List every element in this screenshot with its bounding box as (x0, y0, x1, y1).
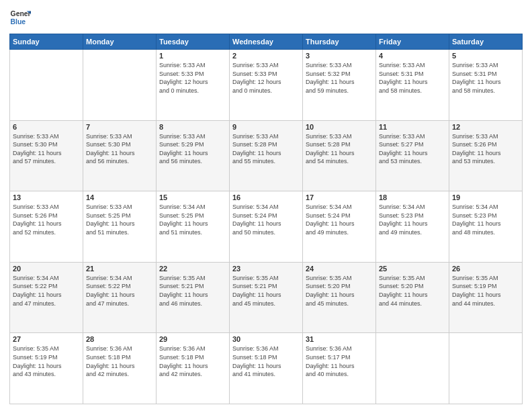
day-number: 17 (306, 193, 373, 201)
calendar-cell: 1Sunrise: 5:33 AM Sunset: 5:33 PM Daylig… (157, 50, 230, 121)
day-detail: Sunrise: 5:33 AM Sunset: 5:32 PM Dayligh… (306, 61, 373, 95)
calendar-cell (449, 333, 523, 404)
calendar-cell: 14Sunrise: 5:33 AM Sunset: 5:25 PM Dayli… (83, 191, 157, 263)
day-detail: Sunrise: 5:33 AM Sunset: 5:25 PM Dayligh… (86, 203, 153, 236)
calendar-cell: 25Sunrise: 5:35 AM Sunset: 5:20 PM Dayli… (376, 262, 449, 333)
day-number: 31 (306, 335, 373, 343)
calendar-cell: 17Sunrise: 5:34 AM Sunset: 5:24 PM Dayli… (303, 191, 376, 263)
calendar-cell: 28Sunrise: 5:36 AM Sunset: 5:18 PM Dayli… (83, 333, 157, 404)
day-number: 21 (86, 265, 153, 273)
calendar-cell: 16Sunrise: 5:34 AM Sunset: 5:24 PM Dayli… (230, 191, 303, 263)
calendar-cell: 21Sunrise: 5:34 AM Sunset: 5:22 PM Dayli… (83, 262, 157, 333)
week-row-3: 13Sunrise: 5:33 AM Sunset: 5:26 PM Dayli… (10, 191, 523, 263)
week-row-2: 6Sunrise: 5:33 AM Sunset: 5:30 PM Daylig… (10, 120, 523, 191)
page: General Blue SundayMondayTuesdayWednesda… (0, 0, 532, 411)
day-detail: Sunrise: 5:36 AM Sunset: 5:17 PM Dayligh… (306, 345, 373, 378)
calendar-cell: 22Sunrise: 5:35 AM Sunset: 5:21 PM Dayli… (157, 262, 230, 333)
day-detail: Sunrise: 5:34 AM Sunset: 5:23 PM Dayligh… (379, 203, 446, 236)
calendar-cell: 10Sunrise: 5:33 AM Sunset: 5:28 PM Dayli… (303, 120, 376, 191)
calendar-table: SundayMondayTuesdayWednesdayThursdayFrid… (9, 34, 523, 404)
calendar-cell (376, 333, 449, 404)
weekday-friday: Friday (376, 34, 449, 50)
day-detail: Sunrise: 5:35 AM Sunset: 5:20 PM Dayligh… (306, 274, 373, 308)
day-detail: Sunrise: 5:36 AM Sunset: 5:18 PM Dayligh… (86, 345, 153, 378)
day-detail: Sunrise: 5:33 AM Sunset: 5:30 PM Dayligh… (86, 132, 153, 166)
calendar-cell (10, 50, 83, 121)
day-number: 3 (306, 52, 373, 60)
day-detail: Sunrise: 5:33 AM Sunset: 5:31 PM Dayligh… (452, 61, 519, 95)
day-number: 14 (86, 193, 153, 201)
day-detail: Sunrise: 5:33 AM Sunset: 5:26 PM Dayligh… (13, 203, 80, 236)
day-detail: Sunrise: 5:34 AM Sunset: 5:23 PM Dayligh… (452, 203, 519, 236)
day-number: 7 (86, 123, 153, 131)
day-number: 11 (379, 123, 446, 131)
day-detail: Sunrise: 5:34 AM Sunset: 5:24 PM Dayligh… (306, 203, 373, 236)
day-detail: Sunrise: 5:33 AM Sunset: 5:31 PM Dayligh… (379, 61, 446, 95)
day-number: 9 (232, 123, 300, 131)
calendar-cell: 11Sunrise: 5:33 AM Sunset: 5:27 PM Dayli… (376, 120, 449, 191)
day-detail: Sunrise: 5:34 AM Sunset: 5:22 PM Dayligh… (86, 274, 153, 308)
day-detail: Sunrise: 5:33 AM Sunset: 5:26 PM Dayligh… (452, 132, 519, 166)
day-number: 27 (13, 335, 80, 343)
week-row-1: 1Sunrise: 5:33 AM Sunset: 5:33 PM Daylig… (10, 50, 523, 121)
calendar-cell: 9Sunrise: 5:33 AM Sunset: 5:28 PM Daylig… (230, 120, 303, 191)
calendar-cell: 12Sunrise: 5:33 AM Sunset: 5:26 PM Dayli… (449, 120, 523, 191)
day-number: 10 (306, 123, 373, 131)
day-detail: Sunrise: 5:33 AM Sunset: 5:27 PM Dayligh… (379, 132, 446, 166)
weekday-saturday: Saturday (449, 34, 523, 50)
day-detail: Sunrise: 5:35 AM Sunset: 5:21 PM Dayligh… (159, 274, 226, 308)
calendar-cell (83, 50, 157, 121)
week-row-4: 20Sunrise: 5:34 AM Sunset: 5:22 PM Dayli… (10, 262, 523, 333)
calendar-cell: 3Sunrise: 5:33 AM Sunset: 5:32 PM Daylig… (303, 50, 376, 121)
calendar-cell: 7Sunrise: 5:33 AM Sunset: 5:30 PM Daylig… (83, 120, 157, 191)
day-number: 5 (452, 52, 519, 60)
day-number: 6 (13, 123, 80, 131)
day-number: 22 (159, 265, 226, 273)
calendar-cell: 24Sunrise: 5:35 AM Sunset: 5:20 PM Dayli… (303, 262, 376, 333)
calendar-cell: 19Sunrise: 5:34 AM Sunset: 5:23 PM Dayli… (449, 191, 523, 263)
day-number: 8 (159, 123, 226, 131)
weekday-tuesday: Tuesday (157, 34, 230, 50)
day-detail: Sunrise: 5:33 AM Sunset: 5:28 PM Dayligh… (306, 132, 373, 166)
weekday-header-row: SundayMondayTuesdayWednesdayThursdayFrid… (10, 34, 523, 50)
calendar-cell: 27Sunrise: 5:35 AM Sunset: 5:19 PM Dayli… (10, 333, 83, 404)
calendar-cell: 30Sunrise: 5:36 AM Sunset: 5:18 PM Dayli… (230, 333, 303, 404)
week-row-5: 27Sunrise: 5:35 AM Sunset: 5:19 PM Dayli… (10, 333, 523, 404)
day-detail: Sunrise: 5:34 AM Sunset: 5:22 PM Dayligh… (13, 274, 80, 308)
day-number: 15 (159, 193, 226, 201)
weekday-monday: Monday (83, 34, 157, 50)
day-detail: Sunrise: 5:36 AM Sunset: 5:18 PM Dayligh… (232, 345, 300, 378)
day-detail: Sunrise: 5:35 AM Sunset: 5:19 PM Dayligh… (13, 345, 80, 378)
calendar-cell: 18Sunrise: 5:34 AM Sunset: 5:23 PM Dayli… (376, 191, 449, 263)
day-number: 4 (379, 52, 446, 60)
header: General Blue (9, 7, 523, 28)
day-number: 2 (232, 52, 300, 60)
day-detail: Sunrise: 5:33 AM Sunset: 5:30 PM Dayligh… (13, 132, 80, 166)
day-detail: Sunrise: 5:33 AM Sunset: 5:28 PM Dayligh… (232, 132, 300, 166)
day-number: 26 (452, 265, 519, 273)
calendar-cell: 26Sunrise: 5:35 AM Sunset: 5:19 PM Dayli… (449, 262, 523, 333)
calendar-cell: 15Sunrise: 5:34 AM Sunset: 5:25 PM Dayli… (157, 191, 230, 263)
calendar-cell: 29Sunrise: 5:36 AM Sunset: 5:18 PM Dayli… (157, 333, 230, 404)
day-number: 20 (13, 265, 80, 273)
calendar-cell: 8Sunrise: 5:33 AM Sunset: 5:29 PM Daylig… (157, 120, 230, 191)
day-detail: Sunrise: 5:33 AM Sunset: 5:33 PM Dayligh… (159, 61, 226, 95)
day-detail: Sunrise: 5:36 AM Sunset: 5:18 PM Dayligh… (159, 345, 226, 378)
day-detail: Sunrise: 5:33 AM Sunset: 5:29 PM Dayligh… (159, 132, 226, 166)
day-number: 29 (159, 335, 226, 343)
weekday-thursday: Thursday (303, 34, 376, 50)
day-detail: Sunrise: 5:35 AM Sunset: 5:19 PM Dayligh… (452, 274, 519, 308)
day-number: 28 (86, 335, 153, 343)
day-detail: Sunrise: 5:35 AM Sunset: 5:21 PM Dayligh… (232, 274, 300, 308)
logo-icon: General Blue (9, 7, 31, 28)
day-number: 23 (232, 265, 300, 273)
calendar-cell: 5Sunrise: 5:33 AM Sunset: 5:31 PM Daylig… (449, 50, 523, 121)
day-number: 19 (452, 193, 519, 201)
day-number: 12 (452, 123, 519, 131)
day-number: 1 (159, 52, 226, 60)
calendar-cell: 13Sunrise: 5:33 AM Sunset: 5:26 PM Dayli… (10, 191, 83, 263)
day-number: 13 (13, 193, 80, 201)
calendar-cell: 20Sunrise: 5:34 AM Sunset: 5:22 PM Dayli… (10, 262, 83, 333)
day-number: 24 (306, 265, 373, 273)
calendar-cell: 2Sunrise: 5:33 AM Sunset: 5:33 PM Daylig… (230, 50, 303, 121)
